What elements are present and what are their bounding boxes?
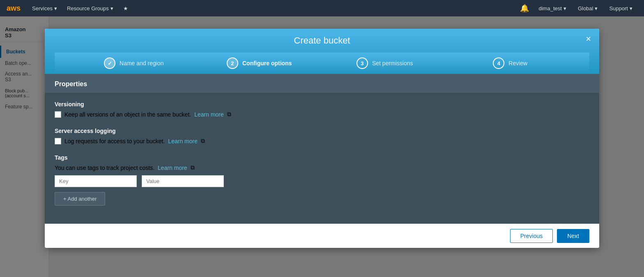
server-logging-ext-icon: ⧉	[201, 137, 205, 144]
wizard-steps: ✓ Name and region 2 Configure options	[55, 53, 589, 74]
versioning-description: Keep all versions of an object in the sa…	[64, 111, 191, 118]
pin-icon: ★	[123, 5, 128, 11]
versioning-learn-more[interactable]: Learn more	[194, 111, 224, 118]
services-nav[interactable]: Services ▾	[27, 0, 62, 16]
versioning-section: Versioning Keep all versions of an objec…	[55, 101, 589, 118]
step-2-number: 2	[231, 60, 234, 66]
bell-icon[interactable]: 🔔	[517, 4, 532, 13]
step-4-label: Review	[508, 60, 527, 66]
support-menu[interactable]: Support ▾	[604, 0, 637, 16]
previous-button[interactable]: Previous	[510, 229, 553, 243]
versioning-ext-icon: ⧉	[227, 111, 231, 118]
step-1-label: Name and region	[120, 60, 163, 66]
support-label: Support	[609, 5, 628, 11]
tags-learn-more[interactable]: Learn more	[158, 165, 187, 171]
versioning-title: Versioning	[55, 101, 589, 108]
region-menu[interactable]: Global ▾	[573, 0, 603, 16]
server-logging-description: Log requests for access to your bucket.	[64, 138, 165, 144]
region-label: Global	[578, 5, 593, 11]
services-chevron-icon: ▾	[54, 5, 57, 11]
services-label: Services	[32, 5, 53, 11]
main-area: AmazonS3 Buckets Batch ope... Access an.…	[0, 16, 644, 277]
tags-title: Tags	[55, 154, 589, 161]
step-2: 2 Configure options	[197, 57, 322, 69]
modal-close-button[interactable]: ×	[586, 34, 591, 43]
step-3-number: 3	[361, 60, 363, 66]
server-logging-title: Server access logging	[55, 128, 589, 134]
step-1-checkmark: ✓	[108, 60, 112, 66]
step-2-circle: 2	[227, 57, 238, 69]
properties-section-title: Properties	[45, 74, 599, 93]
step-4-circle: 4	[493, 57, 504, 69]
aws-logo: aws	[7, 5, 21, 12]
versioning-row: Keep all versions of an object in the sa…	[55, 111, 589, 118]
top-navigation: aws Services ▾ Resource Groups ▾ ★ 🔔 dim…	[0, 0, 644, 16]
user-menu[interactable]: dima_test ▾	[534, 0, 571, 16]
resource-groups-label: Resource Groups	[67, 5, 109, 11]
modal-header: Create bucket × ✓ Name and region 2	[45, 29, 599, 74]
tags-ext-icon: ⧉	[191, 164, 195, 171]
tag-key-input[interactable]	[55, 175, 137, 187]
server-logging-section: Server access logging Log requests for a…	[55, 128, 589, 144]
step-3-circle: 3	[356, 57, 368, 69]
server-logging-row: Log requests for access to your bucket. …	[55, 137, 589, 144]
modal-body: Properties Versioning Keep all versions …	[45, 74, 599, 224]
server-logging-checkbox[interactable]	[55, 138, 61, 144]
resource-groups-chevron-icon: ▾	[110, 5, 113, 11]
versioning-checkbox[interactable]	[55, 111, 61, 118]
step-4: 4 Review	[448, 57, 573, 69]
next-button[interactable]: Next	[557, 229, 589, 243]
step-3-label: Set permissions	[372, 60, 413, 66]
create-bucket-modal: Create bucket × ✓ Name and region 2	[45, 29, 599, 248]
user-label: dima_test	[539, 5, 562, 11]
step-2-label: Configure options	[242, 60, 292, 66]
server-logging-learn-more[interactable]: Learn more	[168, 138, 198, 144]
user-chevron-icon: ▾	[564, 5, 566, 11]
tags-description: You can use tags to track project costs.	[55, 165, 154, 171]
step-1: ✓ Name and region	[71, 57, 197, 69]
step-3: 3 Set permissions	[322, 57, 448, 69]
tags-section: Tags You can use tags to track project c…	[55, 154, 589, 206]
content-area: Versioning Keep all versions of an objec…	[45, 93, 599, 224]
aws-logo-text: aws	[7, 5, 21, 12]
tag-input-row	[55, 175, 589, 187]
step-4-number: 4	[497, 60, 500, 66]
tag-value-input[interactable]	[142, 175, 224, 187]
modal-overlay: Create bucket × ✓ Name and region 2	[0, 16, 644, 277]
nav-right: 🔔 dima_test ▾ Global ▾ Support ▾	[517, 0, 638, 16]
add-another-button[interactable]: + Add another	[55, 192, 105, 206]
pin-icon-button[interactable]: ★	[118, 0, 133, 16]
region-chevron-icon: ▾	[595, 5, 598, 11]
resource-groups-nav[interactable]: Resource Groups ▾	[62, 0, 118, 16]
modal-title: Create bucket	[55, 35, 589, 53]
tags-description-row: You can use tags to track project costs.…	[55, 164, 589, 171]
support-chevron-icon: ▾	[630, 5, 632, 11]
modal-footer: Previous Next	[45, 224, 599, 248]
step-1-circle: ✓	[104, 57, 115, 69]
